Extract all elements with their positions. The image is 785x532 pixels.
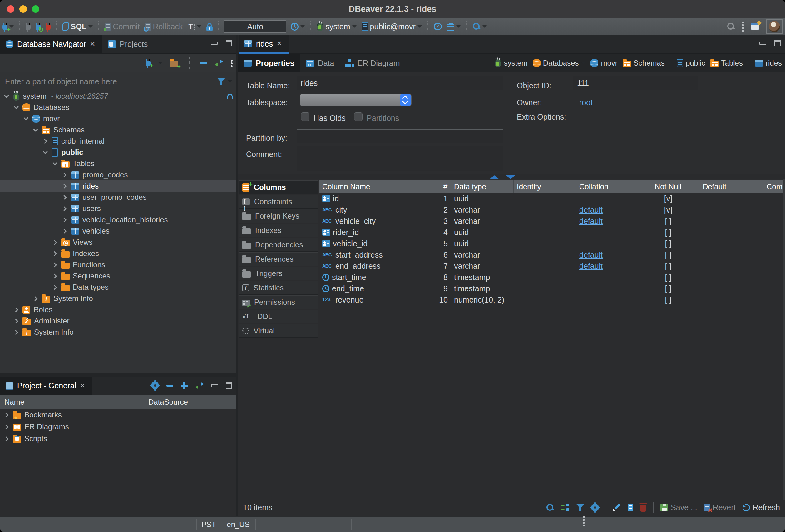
table-row[interactable]: revenue 10 numeric(10, 2) [ ] <box>319 294 783 305</box>
rollback-button[interactable]: Rollback <box>143 19 185 34</box>
sidebar-item-crdb-internal[interactable]: crdb_internal <box>0 135 236 147</box>
breadcrumb-rides[interactable]: rides <box>754 59 783 68</box>
maximize-panel-icon[interactable] <box>226 382 232 389</box>
chevron-right-icon[interactable] <box>14 330 19 335</box>
statusbar-menu-icon[interactable] <box>583 516 585 518</box>
project-item-scripts[interactable]: Scripts <box>0 433 236 445</box>
locale-status[interactable]: en_US <box>221 517 255 532</box>
sidebar-item-rides[interactable]: rides <box>0 180 236 192</box>
chevron-right-icon[interactable] <box>43 138 48 144</box>
tab-project-general[interactable]: Project - General <box>0 377 93 395</box>
table-row[interactable]: id 1 uuid [v] <box>319 193 783 204</box>
column-header-datasource[interactable]: DataSource <box>146 398 188 406</box>
tablespace-select[interactable] <box>300 94 411 106</box>
save-button[interactable]: Save ... <box>660 503 697 512</box>
connect-button[interactable] <box>23 19 33 34</box>
sidebar-item-sequences[interactable]: Sequences <box>0 270 236 282</box>
sidebar-item-vehicles[interactable]: vehicles <box>0 225 236 237</box>
new-connection-icon[interactable]: + <box>146 61 151 67</box>
sidebar-item-views[interactable]: Views <box>0 237 236 248</box>
column-header[interactable]: Collation <box>576 180 637 193</box>
chevron-down-icon[interactable] <box>14 104 19 109</box>
breadcrumb-schemas[interactable]: Schemas <box>622 59 673 68</box>
link-with-editor-icon[interactable] <box>214 60 223 67</box>
chevron-right-icon[interactable] <box>62 195 67 200</box>
gear-icon[interactable] <box>151 381 159 389</box>
grid-filter-icon[interactable] <box>576 504 584 511</box>
sidebar-item-administer[interactable]: Administer <box>0 315 236 327</box>
view-menu-icon[interactable] <box>231 60 233 61</box>
section-references[interactable]: References <box>239 252 318 266</box>
has-oids-checkbox[interactable] <box>301 112 309 121</box>
sidebar-item-schemas[interactable]: Schemas <box>0 124 236 135</box>
profile-button[interactable] <box>766 19 783 34</box>
table-row[interactable]: start_time 8 timestamp [ ] <box>319 272 783 283</box>
chevron-down-icon[interactable] <box>456 25 461 28</box>
chevron-right-icon[interactable] <box>4 424 9 429</box>
chevron-down-icon[interactable] <box>52 160 57 165</box>
new-connection-button[interactable]: + <box>0 19 16 34</box>
sidebar-item-roles[interactable]: Roles <box>0 304 236 315</box>
edit-icon[interactable] <box>613 504 621 512</box>
owner-link[interactable]: root <box>579 98 593 107</box>
grid-search-icon[interactable] <box>546 504 554 512</box>
project-item-er-diagrams[interactable]: ER Diagrams <box>0 421 236 433</box>
commit-button[interactable]: Commit <box>102 19 142 34</box>
grid-settings-icon[interactable] <box>591 504 599 511</box>
column-header[interactable]: Column Name <box>319 180 387 193</box>
sidebar-item-databases[interactable]: Databases <box>0 102 236 113</box>
chevron-right-icon[interactable] <box>4 436 9 441</box>
active-connection-combo[interactable]: system <box>314 19 359 34</box>
section-indexes[interactable]: Indexes <box>239 224 318 237</box>
minimize-panel-icon[interactable] <box>211 384 218 387</box>
column-header[interactable]: Default <box>700 180 763 193</box>
maximize-panel-icon[interactable] <box>226 40 232 46</box>
extra-options-box[interactable] <box>573 109 781 170</box>
section-virtual[interactable]: Virtual <box>239 324 318 338</box>
transaction-history-button[interactable] <box>288 19 307 34</box>
tab-er-diagram[interactable]: ER Diagram <box>340 54 405 72</box>
chevron-right-icon[interactable] <box>62 172 67 177</box>
chevron-down-icon[interactable] <box>667 62 672 64</box>
object-filter-input[interactable] <box>4 77 217 86</box>
chevron-right-icon[interactable] <box>52 240 57 245</box>
section-dependencies[interactable]: Dependencies <box>239 238 318 252</box>
sidebar-item-vehicle-location-histories[interactable]: vehicle_location_histories <box>0 214 236 225</box>
search-button[interactable] <box>470 19 489 34</box>
chevron-down-icon[interactable] <box>43 149 48 154</box>
quick-search-icon[interactable] <box>727 23 735 31</box>
close-icon[interactable] <box>90 41 97 48</box>
collation-link[interactable]: default <box>579 205 603 214</box>
dashboard-button[interactable] <box>431 19 444 34</box>
table-row[interactable]: vehicle_city 3 varchar default [ ] <box>319 216 783 227</box>
table-row[interactable]: end_time 9 timestamp [ ] <box>319 283 783 294</box>
sidebar-item-functions[interactable]: Functions <box>0 259 236 270</box>
sidebar-item-system-info[interactable]: System Info <box>0 327 236 338</box>
tab-properties[interactable]: Properties <box>238 54 300 72</box>
table-row[interactable]: city 2 varchar default [v] <box>319 204 783 216</box>
new-folder-icon[interactable]: + <box>170 61 178 67</box>
chevron-down-icon[interactable] <box>352 25 357 28</box>
column-header[interactable]: Comm <box>763 180 783 193</box>
timezone-status[interactable]: PST <box>196 517 221 532</box>
expand-all-icon[interactable] <box>181 382 188 389</box>
commit-mode-combo[interactable]: Auto <box>224 20 286 33</box>
section-permissions[interactable]: Permissions <box>239 295 318 309</box>
toolbar-overflow-icon[interactable] <box>742 22 744 23</box>
sidebar-item-system[interactable]: system - localhost:26257 <box>0 91 236 102</box>
link-with-editor-icon[interactable] <box>195 382 204 389</box>
compare-button[interactable] <box>444 19 463 34</box>
comment-textarea[interactable] <box>297 146 503 171</box>
grid-refresh-structure-icon[interactable] <box>561 504 569 512</box>
breadcrumb-system[interactable]: system <box>493 59 529 68</box>
chevron-right-icon[interactable] <box>33 296 38 301</box>
chevron-down-icon[interactable] <box>33 126 38 131</box>
column-header[interactable]: Not Null <box>637 180 700 193</box>
sidebar-item-users[interactable]: users <box>0 203 236 214</box>
chevron-right-icon[interactable] <box>4 412 9 417</box>
section-constraints[interactable]: Constraints <box>239 195 318 208</box>
chevron-down-icon[interactable] <box>482 25 487 28</box>
table-row[interactable]: rider_id 4 uuid [ ] <box>319 227 783 238</box>
chevron-right-icon[interactable] <box>62 229 67 233</box>
tab-rides[interactable]: rides <box>239 35 288 54</box>
